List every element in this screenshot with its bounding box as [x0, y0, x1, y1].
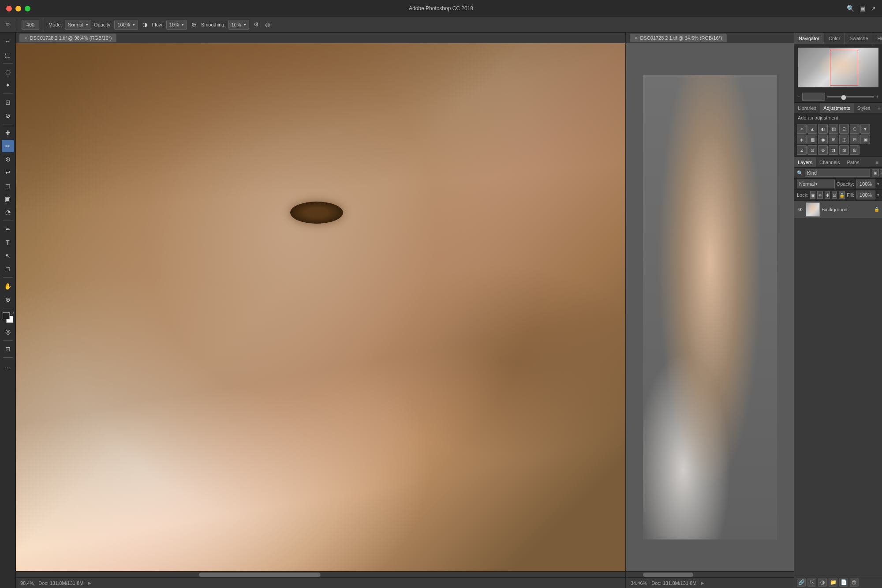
dodge-tool[interactable]: ◔ [2, 206, 14, 218]
tab-adjustments[interactable]: Adjustments [820, 103, 854, 113]
shape-tool[interactable]: □ [2, 263, 14, 275]
mode-dropdown[interactable]: Normal [65, 20, 91, 30]
link-layers-btn[interactable]: 🔗 [797, 578, 806, 587]
tab-channels[interactable]: Channels [816, 157, 843, 167]
crop-tool[interactable]: ⊡ [2, 96, 14, 109]
doc-tab-close-right[interactable]: × [635, 35, 637, 41]
more-adj-icon[interactable]: ⊞ [850, 145, 860, 155]
arrange-icon[interactable]: ▣ [860, 5, 865, 12]
doc-tab-right[interactable]: × DSC01728 2 1.tif @ 34.5% (RGB/16*) [630, 34, 727, 42]
zoom-in-icon[interactable]: + [876, 94, 878, 99]
channelmix-adj-icon[interactable]: ◉ [818, 135, 828, 144]
lasso-tool[interactable]: ◌ [2, 66, 14, 78]
fill-arrow[interactable]: ▾ [877, 193, 879, 197]
opacity-arrow[interactable]: ▾ [877, 182, 879, 186]
tab-styles[interactable]: Styles [854, 103, 874, 113]
search-icon[interactable]: 🔍 [847, 5, 854, 12]
filter-pixel-icon[interactable]: ▣ [872, 169, 879, 176]
share-icon[interactable]: ↗ [871, 5, 876, 12]
hand-tool[interactable]: ✋ [2, 280, 14, 292]
new-layer-btn[interactable]: 📄 [839, 578, 848, 587]
canvas-right[interactable] [626, 43, 794, 571]
zoom-tool[interactable]: ⊕ [2, 293, 14, 306]
new-fill-adj-btn[interactable]: ◑ [818, 578, 827, 587]
tab-swatches[interactable]: Swatche [845, 33, 873, 44]
artboard-tool[interactable]: ⬚ [2, 49, 14, 61]
doc-tab-left[interactable]: × DSC01728 2 1.tif @ 98.4% (RGB/16*) [19, 34, 116, 42]
foreground-background-colors[interactable]: ⇌ [2, 311, 14, 324]
new-group-btn[interactable]: 📁 [829, 578, 837, 587]
horizontal-scrollbar-left[interactable] [16, 571, 625, 577]
titlebar-icons[interactable]: 🔍 ▣ ↗ [847, 5, 876, 12]
vibrance-adj-icon[interactable]: Ω [839, 124, 849, 134]
bw-adj-icon[interactable]: ◈ [797, 135, 807, 144]
smoothing-dropdown[interactable]: 10% [228, 20, 249, 30]
threshold-adj-icon[interactable]: ▣ [860, 135, 870, 144]
layers-kind-input[interactable] [805, 169, 870, 177]
foreground-color[interactable] [3, 312, 10, 319]
gradient-map-adj-icon[interactable]: ⊿ [797, 145, 807, 155]
delete-layer-btn[interactable]: 🗑 [850, 578, 859, 587]
layer-blend-mode-dropdown[interactable]: Normal [797, 180, 835, 188]
gradient-tool[interactable]: ▣ [2, 193, 14, 205]
clone-tool[interactable]: ⊛ [2, 153, 14, 165]
statusbar-arrow-left[interactable]: ▶ [88, 581, 91, 585]
lock-artboard-btn[interactable]: ⊡ [832, 191, 837, 199]
tab-libraries[interactable]: Libraries [794, 103, 820, 113]
minimize-button[interactable] [15, 6, 21, 11]
healing-tool[interactable]: ✚ [2, 127, 14, 139]
posterize-adj-icon[interactable]: ⊟ [850, 135, 860, 144]
zoom-slider[interactable] [827, 96, 874, 97]
settings-icon[interactable]: ⚙ [252, 20, 261, 29]
opacity-input[interactable] [856, 180, 875, 188]
canvas-left[interactable] [16, 43, 625, 571]
layer-visibility-icon[interactable]: 👁 [797, 206, 804, 213]
gradient-fill-adj-icon[interactable]: ◑ [829, 145, 838, 155]
tab-layers[interactable]: Layers [794, 157, 816, 167]
flow-dropdown[interactable]: 10% [166, 20, 187, 30]
curves-adj-icon[interactable]: ◐ [818, 124, 828, 134]
screen-mode-tool[interactable]: ⊡ [2, 343, 14, 355]
lock-transparent-btn[interactable]: ▣ [810, 191, 815, 199]
colorlookup-adj-icon[interactable]: ⊞ [829, 135, 838, 144]
navigator-viewport[interactable] [830, 50, 858, 86]
tab-color[interactable]: Color [824, 33, 845, 44]
tab-paths[interactable]: Paths [844, 157, 863, 167]
fill-input[interactable] [856, 191, 875, 199]
tab-navigator[interactable]: Navigator [794, 33, 824, 44]
eraser-tool[interactable]: ◻ [2, 180, 14, 192]
scrollbar-thumb-right[interactable] [643, 573, 693, 577]
adj-panel-menu[interactable]: ≡ [874, 105, 882, 111]
brush-size-field[interactable]: 400 [22, 20, 39, 30]
eyedropper-tool[interactable]: ⊘ [2, 109, 14, 122]
scrollbar-thumb-left[interactable] [199, 573, 321, 577]
magic-wand-tool[interactable]: ✦ [2, 79, 14, 91]
zoom-input[interactable]: 34.46% [802, 93, 825, 101]
levels-adj-icon[interactable]: ▲ [807, 124, 817, 134]
history-brush-tool[interactable]: ↩ [2, 166, 14, 179]
tab-histogram[interactable]: Histogra [873, 33, 882, 44]
lock-position-btn[interactable]: ✚ [825, 191, 830, 199]
text-tool[interactable]: T [2, 236, 14, 249]
exposure-adj-icon[interactable]: ▧ [829, 124, 838, 134]
pen-tool[interactable]: ✒ [2, 223, 14, 236]
filter-adjustment-icon[interactable]: ◐ [880, 169, 882, 176]
path-select-tool[interactable]: ↖ [2, 250, 14, 262]
close-button[interactable] [6, 6, 12, 11]
layer-fx-btn[interactable]: fx [807, 578, 816, 587]
maximize-button[interactable] [25, 6, 30, 11]
doc-tab-close-left[interactable]: × [24, 35, 27, 41]
brush-tool-icon[interactable]: ✏ [4, 20, 12, 29]
window-controls[interactable] [6, 6, 30, 11]
opacity-dropdown[interactable]: 100% [114, 20, 138, 30]
swap-colors-icon[interactable]: ⇌ [11, 311, 14, 315]
horizontal-scrollbar-right[interactable] [626, 571, 794, 577]
colorbalance-adj-icon[interactable]: ▼ [860, 124, 870, 134]
brush-tool[interactable]: ✏ [2, 140, 14, 152]
pressure-icon[interactable]: ◎ [263, 20, 272, 29]
more-tools[interactable]: … [2, 360, 14, 372]
move-tool[interactable]: ↔ [2, 35, 14, 48]
invert-adj-icon[interactable]: ◫ [839, 135, 849, 144]
layer-background[interactable]: 👁 Background 🔒 [794, 201, 882, 218]
selective-color-adj-icon[interactable]: ⊡ [807, 145, 817, 155]
